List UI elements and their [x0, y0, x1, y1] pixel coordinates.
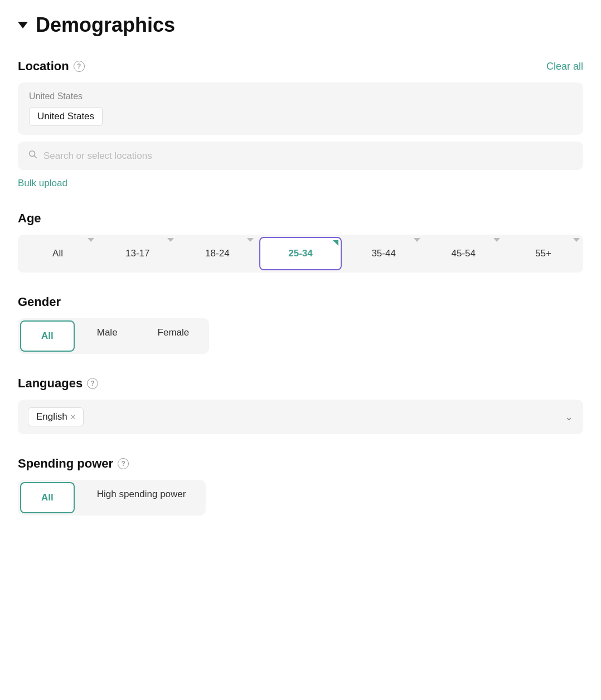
- languages-label: Languages ?: [18, 376, 98, 391]
- collapse-chevron-icon[interactable]: [18, 22, 28, 28]
- age-option-all[interactable]: All: [18, 235, 98, 273]
- gender-option-female[interactable]: Female: [138, 318, 210, 354]
- age-option-25-34[interactable]: 25-34: [259, 237, 341, 270]
- language-tag: English ×: [28, 407, 84, 426]
- age-options: All 13-17 18-24 25-34 35-44 45-54 55+: [18, 235, 583, 273]
- clear-all-button[interactable]: Clear all: [546, 61, 583, 72]
- location-country-label: United States: [29, 91, 572, 101]
- search-placeholder: Search or select locations: [43, 150, 152, 162]
- age-dropdown-arrow-1317: [167, 238, 174, 242]
- location-search-box[interactable]: Search or select locations: [18, 142, 583, 170]
- age-option-13-17[interactable]: 13-17: [98, 235, 177, 273]
- page-title: Demographics: [18, 13, 583, 37]
- languages-help-icon[interactable]: ?: [87, 378, 98, 389]
- languages-section: Languages ? English × ⌄: [18, 376, 583, 434]
- age-label: Age: [18, 211, 41, 226]
- location-header: Location ? Clear all: [18, 59, 583, 74]
- svg-line-1: [34, 155, 36, 158]
- age-option-45-54[interactable]: 45-54: [424, 235, 503, 273]
- age-option-55plus[interactable]: 55+: [503, 235, 583, 273]
- age-section: Age All 13-17 18-24 25-34 35-44 45-54 5: [18, 211, 583, 273]
- gender-option-male[interactable]: Male: [77, 318, 138, 354]
- search-icon: [28, 149, 38, 162]
- spending-power-label: Spending power ?: [18, 456, 129, 471]
- spending-power-header: Spending power ?: [18, 456, 583, 471]
- location-tag[interactable]: United States: [29, 107, 103, 126]
- gender-option-all[interactable]: All: [20, 320, 75, 352]
- age-dropdown-arrow-1824: [247, 238, 254, 242]
- languages-chevron-icon: ⌄: [565, 411, 573, 423]
- location-label: Location ?: [18, 59, 85, 74]
- language-remove-icon[interactable]: ×: [71, 412, 75, 421]
- title-text: Demographics: [36, 13, 175, 37]
- location-section: Location ? Clear all United States Unite…: [18, 59, 583, 189]
- location-help-icon[interactable]: ?: [74, 61, 85, 72]
- age-dropdown-arrow-55plus: [573, 238, 580, 242]
- gender-section: Gender All Male Female: [18, 295, 583, 354]
- spending-power-options: All High spending power: [18, 480, 206, 516]
- spending-power-help-icon[interactable]: ?: [118, 458, 129, 469]
- language-tag-text: English: [36, 411, 67, 422]
- age-dropdown-arrow-4554: [493, 238, 500, 242]
- bulk-upload-link[interactable]: Bulk upload: [18, 178, 67, 188]
- age-selected-corner-icon: [333, 240, 338, 246]
- age-option-18-24[interactable]: 18-24: [177, 235, 257, 273]
- spending-option-all[interactable]: All: [20, 482, 75, 513]
- spending-power-section: Spending power ? All High spending power: [18, 456, 583, 516]
- age-dropdown-arrow-3544: [414, 238, 420, 242]
- gender-options: All Male Female: [18, 318, 209, 354]
- languages-header: Languages ?: [18, 376, 583, 391]
- gender-label: Gender: [18, 295, 61, 309]
- gender-header: Gender: [18, 295, 583, 309]
- age-option-35-44[interactable]: 35-44: [344, 235, 424, 273]
- languages-dropdown[interactable]: English × ⌄: [18, 400, 583, 434]
- age-header: Age: [18, 211, 583, 226]
- location-selected-box: United States United States: [18, 82, 583, 135]
- spending-option-high[interactable]: High spending power: [77, 480, 206, 516]
- age-dropdown-arrow-all: [88, 238, 94, 242]
